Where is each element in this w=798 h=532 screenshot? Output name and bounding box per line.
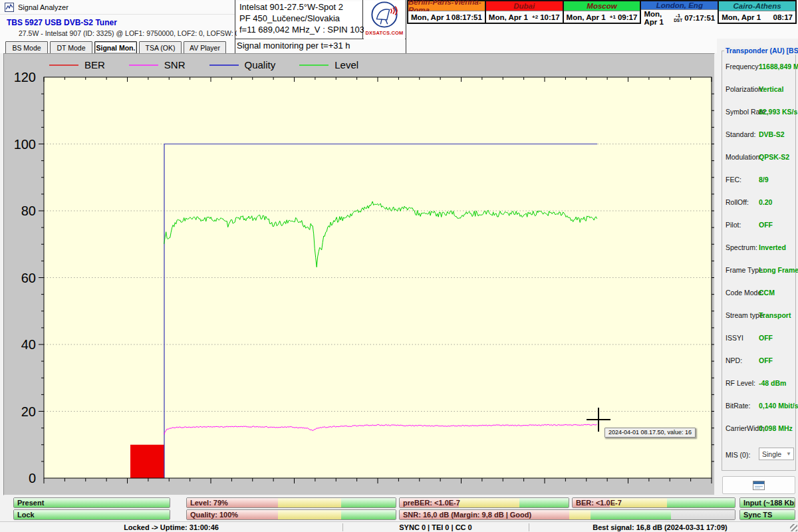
field-value: 82,993 KS/s [759, 108, 797, 116]
status-best-signal: Best signal: 16,8 dB (2024-03-31 17:09) [593, 523, 727, 531]
clock-date: Mon, Apr 1 [567, 13, 610, 21]
field-npd: NPD:OFF [722, 354, 795, 368]
y-tick-label: 100 [14, 137, 36, 152]
field-value: OFF [759, 356, 773, 364]
bar-zone-yellow [459, 498, 519, 507]
monitoring-caption: Signal monitoring per t=+31 h [237, 41, 350, 51]
header-divider [406, 0, 406, 53]
clock-time: 07:17:51 [684, 14, 715, 22]
field-label: Code Mode: [726, 289, 763, 297]
field-label: Frequency: [726, 63, 761, 70]
clock-utc-offset: -1DST [674, 13, 682, 23]
clock-time-row: Mon, Apr 1+109:17 [564, 11, 640, 23]
field-label: RollOff: [726, 198, 749, 206]
bar-zone-yellow [278, 510, 342, 519]
y-tick-label: 0 [29, 471, 36, 485]
bar-zone-yellow [278, 498, 342, 507]
field-stream-type: Stream type:Transport [722, 309, 795, 323]
target-line3: f=11 689,042 MHz_V : SPIN 1038 [237, 24, 362, 35]
bar-label: Lock [17, 511, 35, 519]
field-label: BitRate: [726, 402, 750, 410]
signal-bar-ber: BER: <1.0E-7 [572, 497, 735, 508]
field-label: Pilot: [726, 221, 741, 229]
bar-label: preBER: <1.0E-7 [403, 499, 460, 507]
field-value: QPSK-S2 [759, 153, 789, 161]
tab-signal-mon[interactable]: Signal Mon. [94, 41, 137, 54]
field-value: 8/9 [759, 176, 769, 184]
field-value: Long Frame [759, 266, 798, 274]
status-uptime: Locked -> Uptime: 31:00:46 [124, 523, 219, 531]
panel-button[interactable] [722, 476, 795, 494]
clock-city-label: Moscow [564, 1, 640, 11]
field-value: -48 dBm [759, 379, 786, 387]
clock-time: 08:17:51 [452, 13, 482, 21]
field-value: DVB-S2 [759, 130, 785, 138]
status-bar: Locked -> Uptime: 31:00:46 SYNC 0 | TEI … [0, 521, 798, 532]
field-label: Spectrum: [726, 243, 757, 251]
window-titlebar: Signal Analyzer [0, 0, 235, 15]
field-fec: FEC:8/9 [722, 174, 795, 187]
bar-zone-green [14, 510, 170, 519]
world-clocks: Berlin-Paris-Vienna-RomaMon, Apr 108:17:… [407, 0, 797, 24]
tuner-subtitle: 27.5W - Intelsat 907 (ID: 3325) @ LOF1: … [19, 29, 239, 37]
clock-dubai: DubaiMon, Apr 1+210:17 [486, 1, 563, 23]
signal-bar-input: Input (~188 Kbps) [739, 497, 795, 508]
clock-utc-offset: +1 [610, 15, 616, 19]
bar-zone-yellow [569, 510, 591, 519]
field-bitrate: BitRate:0,140 Mbit/s [722, 400, 795, 413]
groupbox-title: Transponder (AU) [BS] [724, 47, 798, 55]
field-value: CCM [759, 289, 775, 297]
clock-time-row: Mon, Apr 108:17 [719, 11, 795, 23]
clock-city-label: London, Eng [641, 1, 718, 10]
satellite-dish-icon [370, 1, 398, 29]
signal-bar-present: Present [13, 497, 170, 508]
mis-row: MIS (0): Single ▼ [722, 449, 795, 462]
tab-av-player[interactable]: AV Player [184, 41, 226, 54]
field-value: OFF [759, 221, 773, 229]
bar-zone-gray [671, 510, 735, 519]
bar-label: Level: 79% [190, 499, 228, 507]
field-label: ISSYI [726, 334, 743, 342]
field-standard: Standard:DVB-S2 [722, 128, 795, 142]
header: Signal Analyzer TBS 5927 USB DVB-S2 Tune… [0, 0, 798, 53]
field-value: Vertical [759, 85, 783, 93]
signal-bar-lock: Lock [13, 509, 170, 520]
field-value: OFF [759, 334, 773, 342]
target-line1: Intelsat 901-27.5°W-Spot 2 [237, 1, 362, 13]
field-carrierwidth: CarrierWidth:0,098 MHz [722, 422, 795, 436]
tab-dt-mode[interactable]: DT Mode [50, 41, 92, 54]
field-issyi: ISSYIOFF [722, 332, 795, 345]
field-label: Modulation: [726, 153, 761, 161]
chart-panel: BERSNRQualityLevel 020406080100120 2024-… [3, 53, 715, 495]
bar-zone-green [591, 510, 671, 519]
field-pilot: Pilot:OFF [722, 219, 795, 232]
field-label: RF Level: [726, 379, 755, 387]
tab-tsa-ok[interactable]: TSA (OK) [139, 41, 182, 54]
field-value: 0,098 MHz [759, 424, 793, 432]
target-info: Intelsat 901-27.5°W-Spot 2 PF 450_Lučene… [237, 1, 362, 38]
field-value: Transport [759, 311, 791, 319]
chevron-down-icon: ▼ [786, 451, 791, 457]
field-label: Standard: [726, 130, 756, 138]
target-line2: PF 450_Lučenec/Slovakia [237, 13, 362, 24]
mis-select[interactable]: Single ▼ [759, 448, 794, 460]
clock-city-label: Dubai [486, 1, 563, 11]
app-icon [5, 3, 14, 12]
window-panel-icon [753, 481, 765, 490]
tab-bs-mode[interactable]: BS Mode [5, 41, 48, 54]
clock-date: Mon, Apr 1 [722, 13, 773, 21]
field-value: 0.20 [759, 198, 772, 206]
bar-zone-green [341, 498, 396, 507]
field-value: Inverted [759, 243, 786, 251]
clock-city-label: Cairo-Athens [719, 1, 795, 11]
field-rf-level: RF Level:-48 dBm [722, 377, 795, 390]
tuner-title: TBS 5927 USB DVB-S2 Tuner [7, 18, 117, 27]
series-ber-bar [130, 445, 164, 478]
transponder-panel: Transponder (AU) [BS] Frequency:11688,84… [717, 39, 798, 496]
clock-time: 10:17 [540, 13, 559, 21]
y-tick-label: 40 [21, 337, 36, 352]
y-tick-label: 120 [14, 70, 36, 84]
resize-grip[interactable] [790, 524, 797, 531]
signal-bar-level: Level: 79% [186, 497, 396, 508]
y-tick-label: 80 [21, 203, 36, 218]
